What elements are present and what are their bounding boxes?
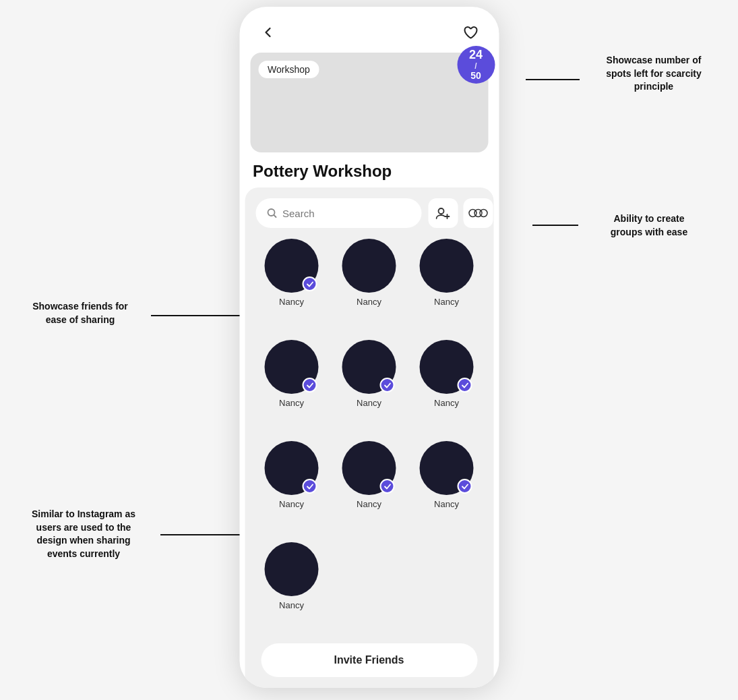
avatar — [420, 239, 474, 293]
avatar-wrap — [265, 542, 319, 596]
hero-area: Workshop 24 / 50 — [250, 53, 488, 152]
friend-name: Nancy — [357, 297, 381, 307]
friend-name: Nancy — [279, 600, 304, 610]
check-badge — [303, 276, 317, 291]
spots-total: 50 — [470, 71, 481, 81]
heart-icon — [463, 26, 478, 39]
avatar-wrap — [265, 239, 319, 293]
annotation-groups: Ability to create groups with ease — [578, 212, 720, 239]
annotation-line-scarcity — [526, 79, 580, 80]
check-badge — [380, 378, 395, 392]
friend-item[interactable]: Nancy — [410, 441, 483, 534]
avatar-wrap — [342, 340, 396, 394]
check-badge — [303, 479, 317, 494]
groups-button[interactable] — [463, 198, 493, 228]
search-row — [255, 198, 483, 228]
avatar — [342, 239, 396, 293]
spots-badge: 24 / 50 — [457, 46, 495, 84]
avatar-wrap — [265, 340, 319, 394]
avatar-wrap — [342, 441, 396, 495]
invite-friends-button[interactable]: Invite Friends — [261, 643, 477, 677]
check-badge — [380, 479, 395, 494]
annotation-scarcity: Showcase number of spots left for scarci… — [580, 54, 728, 94]
friend-name: Nancy — [357, 398, 381, 408]
friend-name: Nancy — [279, 398, 304, 408]
search-box — [255, 198, 421, 228]
friend-name: Nancy — [434, 398, 459, 408]
avatar-wrap — [420, 239, 474, 293]
phone-frame: Workshop 24 / 50 Pottery Workshop — [239, 7, 499, 688]
workshop-badge: Workshop — [258, 61, 319, 78]
event-title: Pottery Workshop — [239, 162, 499, 187]
back-button[interactable] — [255, 20, 280, 45]
avatar — [265, 542, 319, 596]
check-badge — [458, 378, 472, 392]
search-icon — [266, 208, 277, 218]
add-friend-button[interactable] — [428, 198, 458, 228]
friend-name: Nancy — [279, 297, 304, 307]
avatar-wrap — [420, 340, 474, 394]
friend-name: Nancy — [357, 499, 381, 509]
avatar-wrap — [342, 239, 396, 293]
favorite-button[interactable] — [458, 20, 483, 45]
friend-item[interactable]: Nancy — [255, 239, 328, 332]
annotation-friends: Showcase friends for ease of sharing — [9, 300, 151, 326]
action-buttons — [428, 198, 493, 228]
friend-item[interactable]: Nancy — [333, 239, 405, 332]
invite-btn-wrap: Invite Friends — [255, 635, 483, 688]
friend-item[interactable]: Nancy — [410, 239, 483, 332]
search-input[interactable] — [282, 208, 410, 219]
friend-item[interactable]: Nancy — [255, 441, 328, 534]
annotation-line-groups — [532, 225, 578, 226]
svg-point-4 — [480, 210, 487, 217]
check-badge — [303, 378, 317, 392]
back-icon — [261, 26, 274, 39]
friend-item[interactable]: Nancy — [333, 441, 405, 534]
friend-name: Nancy — [434, 499, 459, 509]
check-badge — [458, 479, 472, 494]
phone-header — [239, 7, 499, 53]
avatar-wrap — [420, 441, 474, 495]
friend-item[interactable]: Nancy — [255, 542, 328, 635]
annotation-instagram: Similar to Instagram as users are used t… — [7, 508, 160, 560]
friend-name: Nancy — [434, 297, 459, 307]
add-friend-icon — [435, 207, 450, 219]
spots-current: 24 — [469, 49, 483, 62]
avatar-wrap — [265, 441, 319, 495]
friend-item[interactable]: Nancy — [255, 340, 328, 433]
share-panel: NancyNancyNancyNancyNancyNancyNancyNancy… — [245, 187, 493, 688]
friend-item[interactable]: Nancy — [410, 340, 483, 433]
svg-point-1 — [438, 208, 443, 214]
friend-name: Nancy — [279, 499, 304, 509]
friend-item[interactable]: Nancy — [333, 340, 405, 433]
friends-grid: NancyNancyNancyNancyNancyNancyNancyNancy… — [255, 239, 483, 635]
spots-divider: / — [474, 62, 476, 71]
groups-icon — [467, 207, 489, 219]
